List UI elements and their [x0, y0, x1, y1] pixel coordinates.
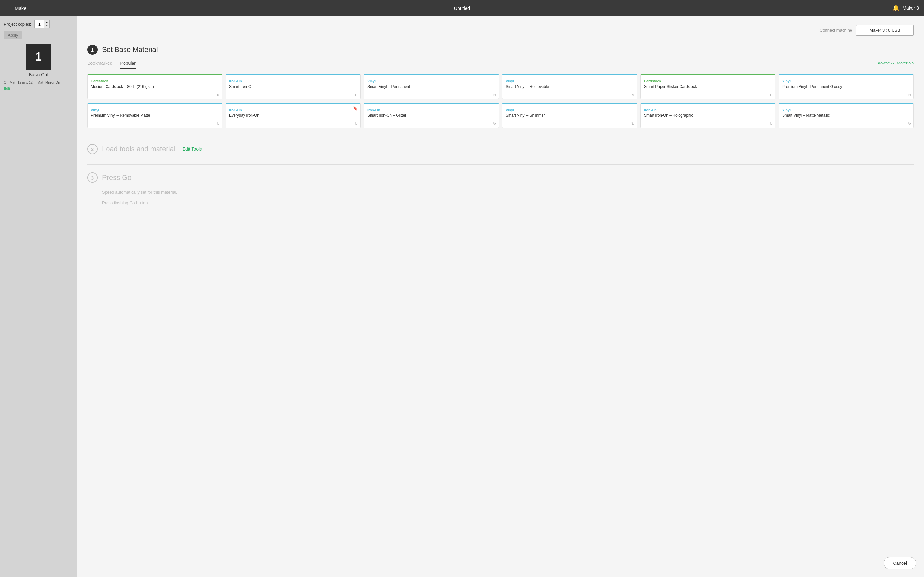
material-name-11: Smart Vinyl – Matte Metallic — [782, 113, 910, 118]
tab-popular[interactable]: Popular — [120, 61, 136, 69]
mat-number: 1 — [35, 50, 42, 63]
app-header: Make Untitled 🔔 Maker 3 — [0, 0, 924, 16]
machine-name: Maker 3 — [903, 5, 919, 11]
refresh-icon-4[interactable]: ↻ — [770, 93, 772, 97]
material-type-10: Iron-On — [644, 108, 772, 112]
bookmark-icon-7[interactable]: 🔖 — [353, 106, 358, 111]
step3-title: Press Go — [102, 173, 132, 182]
material-tabs: Bookmarked Popular Browse All Materials — [87, 61, 914, 69]
material-card-4[interactable]: CardstockSmart Paper Sticker Cardstock↻ — [640, 74, 775, 99]
material-card-5[interactable]: VinylPremium Vinyl - Permanent Glossy↻ — [779, 74, 914, 99]
material-name-2: Smart Vinyl – Permanent — [367, 84, 495, 89]
material-name-0: Medium Cardstock – 80 lb (216 gsm) — [91, 84, 219, 89]
material-type-11: Vinyl — [782, 108, 910, 112]
material-name-5: Premium Vinyl - Permanent Glossy — [782, 84, 910, 89]
step2-title: Load tools and material — [102, 145, 176, 153]
material-type-3: Vinyl — [506, 79, 634, 83]
material-grid: CardstockMedium Cardstock – 80 lb (216 g… — [87, 74, 914, 128]
material-name-8: Smart Iron-On – Glitter — [367, 113, 495, 118]
refresh-icon-7[interactable]: ↻ — [355, 122, 358, 126]
project-copies-row: Project copies: ▲ ▼ — [4, 20, 73, 28]
material-card-9[interactable]: VinylSmart Vinyl – Shimmer↻ — [502, 103, 637, 128]
refresh-icon-9[interactable]: ↻ — [632, 122, 634, 126]
refresh-icon-6[interactable]: ↻ — [216, 122, 220, 126]
step3-desc1: Speed automatically set for this materia… — [102, 189, 914, 196]
sidebar: Project copies: ▲ ▼ Apply 1 Basic Cut On… — [0, 16, 77, 577]
browse-all-materials[interactable]: Browse All Materials — [876, 61, 914, 69]
menu-icon[interactable] — [5, 6, 11, 10]
connect-machine-button[interactable]: Maker 3 : 0 USB — [856, 25, 914, 35]
material-type-0: Cardstock — [91, 79, 219, 83]
step3-header: 3 Press Go — [87, 172, 914, 183]
connect-label: Connect machine — [820, 28, 852, 33]
copies-up[interactable]: ▲ — [44, 20, 49, 24]
material-type-6: Vinyl — [91, 108, 219, 112]
cut-label: Basic Cut — [4, 72, 73, 77]
bell-icon[interactable]: 🔔 — [892, 5, 899, 11]
material-card-8[interactable]: Iron-OnSmart Iron-On – Glitter↻ — [364, 103, 499, 128]
mat-preview: 1 — [26, 44, 51, 69]
cancel-button[interactable]: Cancel — [884, 557, 916, 569]
refresh-icon-1[interactable]: ↻ — [355, 93, 358, 97]
material-type-7: Iron-On — [229, 108, 357, 112]
material-card-7[interactable]: Iron-OnEveryday Iron-On↻🔖 — [226, 103, 360, 128]
copies-arrows: ▲ ▼ — [44, 20, 49, 28]
step2-circle: 2 — [87, 144, 97, 154]
material-card-1[interactable]: Iron-OnSmart Iron-On↻ — [226, 74, 360, 99]
copies-input[interactable] — [35, 21, 44, 28]
edit-link[interactable]: Edit — [4, 87, 10, 90]
material-type-8: Iron-On — [367, 108, 495, 112]
connect-row: Connect machine Maker 3 : 0 USB — [87, 25, 914, 35]
material-card-10[interactable]: Iron-OnSmart Iron-On – Holographic↻ — [640, 103, 775, 128]
tab-bookmarked[interactable]: Bookmarked — [87, 61, 113, 69]
section-divider-2 — [87, 164, 914, 165]
main-content: Connect machine Maker 3 : 0 USB 1 Set Ba… — [77, 16, 924, 577]
section-divider — [87, 136, 914, 136]
material-type-9: Vinyl — [506, 108, 634, 112]
refresh-icon-3[interactable]: ↻ — [632, 93, 634, 97]
material-name-9: Smart Vinyl – Shimmer — [506, 113, 634, 118]
material-name-1: Smart Iron-On — [229, 84, 357, 89]
step3-circle: 3 — [87, 172, 97, 183]
step1-header: 1 Set Base Material — [87, 45, 914, 55]
step3-section: 3 Press Go Speed automatically set for t… — [87, 172, 914, 207]
material-type-4: Cardstock — [644, 79, 772, 83]
refresh-icon-10[interactable]: ↻ — [770, 122, 772, 126]
project-copies-label: Project copies: — [4, 22, 31, 27]
material-name-10: Smart Iron-On – Holographic — [644, 113, 772, 118]
material-card-3[interactable]: VinylSmart Vinyl – Removable↻ — [502, 74, 637, 99]
material-name-3: Smart Vinyl – Removable — [506, 84, 634, 89]
material-card-0[interactable]: CardstockMedium Cardstock – 80 lb (216 g… — [87, 74, 222, 99]
material-card-2[interactable]: VinylSmart Vinyl – Permanent↻ — [364, 74, 499, 99]
step3-desc2: Press flashing Go button. — [102, 199, 914, 206]
copies-spinner[interactable]: ▲ ▼ — [34, 20, 50, 28]
step1-title: Set Base Material — [102, 45, 158, 54]
material-type-2: Vinyl — [367, 79, 495, 83]
material-name-4: Smart Paper Sticker Cardstock — [644, 84, 772, 89]
refresh-icon-5[interactable]: ↻ — [908, 93, 911, 97]
step2-header: 2 Load tools and material Edit Tools — [87, 144, 914, 154]
refresh-icon-0[interactable]: ↻ — [216, 93, 220, 97]
refresh-icon-8[interactable]: ↻ — [493, 122, 496, 126]
material-type-5: Vinyl — [782, 79, 910, 83]
apply-button[interactable]: Apply — [4, 31, 22, 39]
material-card-6[interactable]: VinylPremium Vinyl – Removable Matte↻ — [87, 103, 222, 128]
material-type-1: Iron-On — [229, 79, 357, 83]
mat-info: On Mat, 12 in x 12 in Mat, Mirror On — [4, 80, 73, 85]
copies-down[interactable]: ▼ — [44, 24, 49, 28]
make-label: Make — [15, 5, 27, 11]
material-name-6: Premium Vinyl – Removable Matte — [91, 113, 219, 118]
material-card-11[interactable]: VinylSmart Vinyl – Matte Metallic↻ — [779, 103, 914, 128]
refresh-icon-2[interactable]: ↻ — [493, 93, 496, 97]
refresh-icon-11[interactable]: ↻ — [908, 122, 911, 126]
step1-circle: 1 — [87, 45, 97, 55]
edit-tools-link[interactable]: Edit Tools — [183, 147, 202, 152]
header-right: 🔔 Maker 3 — [892, 5, 919, 11]
project-title: Untitled — [454, 5, 470, 11]
material-name-7: Everyday Iron-On — [229, 113, 357, 118]
